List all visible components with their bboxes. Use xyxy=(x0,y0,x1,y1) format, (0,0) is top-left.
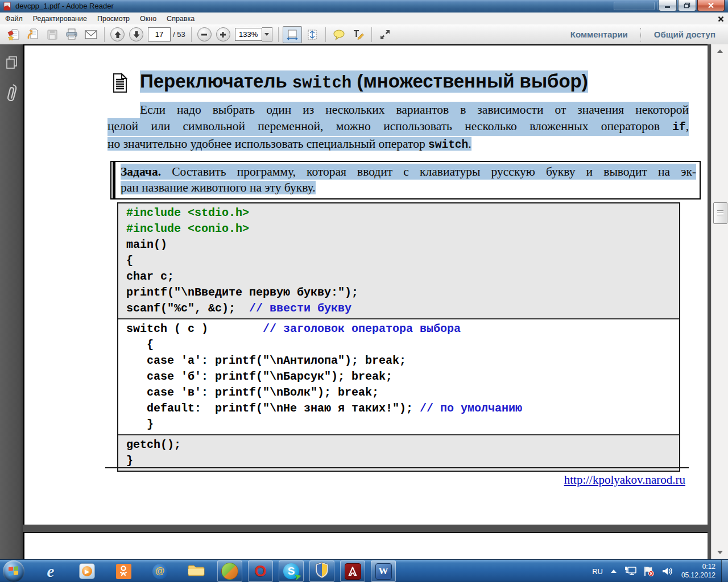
code-line: #include <stdio.h> xyxy=(126,205,679,221)
task-text: Задача. Составить программу, которая вво… xyxy=(121,164,696,196)
menu-item-4[interactable]: Справка xyxy=(162,14,200,24)
mailru-icon: @ xyxy=(152,564,168,579)
word-icon: W xyxy=(375,563,392,580)
toolbar-separator xyxy=(371,27,372,42)
page-number-input[interactable] xyxy=(148,27,171,41)
fit-width-button[interactable] xyxy=(283,26,302,43)
save-as-button[interactable] xyxy=(24,27,42,43)
attachments-paperclip-icon[interactable] xyxy=(0,82,23,105)
taskbar-mailru[interactable]: @ xyxy=(148,561,171,581)
language-indicator[interactable]: RU xyxy=(592,567,603,576)
code-line: } xyxy=(126,417,679,433)
code-line: case 'а': printf("\nАнтилопа"); break; xyxy=(126,353,679,369)
page-separator xyxy=(23,525,708,532)
windows-taskbar: e ▶ @ O S➤ W RU xyxy=(0,559,728,582)
taskbar-defender[interactable] xyxy=(309,560,334,582)
triangle-down-icon xyxy=(717,551,723,554)
taskbar-internet-explorer[interactable]: e xyxy=(39,561,62,581)
chevron-down-icon xyxy=(264,33,269,36)
taskbar-opera[interactable]: O xyxy=(248,560,273,582)
menu-bar: ФайлРедактированиеПросмотрОкноСправка xyxy=(0,13,728,25)
toolbar-separator xyxy=(191,27,192,42)
pdf-page: Переключатель switch (множественный выбо… xyxy=(23,44,709,526)
print-button[interactable] xyxy=(63,27,81,43)
heading-document-icon xyxy=(113,73,127,95)
open-button[interactable] xyxy=(5,27,23,43)
volume-icon[interactable] xyxy=(661,566,673,577)
tray-time: 0:12 xyxy=(702,563,715,571)
network-icon[interactable] xyxy=(624,566,637,577)
windows-logo-icon xyxy=(9,566,19,576)
taskbar-word[interactable]: W xyxy=(371,560,396,582)
pdf-app-icon xyxy=(3,2,12,11)
security-shield-icon xyxy=(315,562,329,581)
taskbar-nero[interactable] xyxy=(217,560,242,582)
comment-button[interactable] xyxy=(330,27,348,43)
next-page-top xyxy=(23,532,709,560)
code-line: printf("\nВведите первую букву:"); xyxy=(126,285,679,301)
vertical-scrollbar[interactable] xyxy=(711,44,728,559)
menu-bar-items: ФайлРедактированиеПросмотрОкноСправка xyxy=(0,14,200,24)
action-center-flag-icon[interactable] xyxy=(643,566,655,577)
comments-panel-button[interactable]: Комментарии xyxy=(558,30,640,39)
intro-paragraph: Если надо выбрать один из нескольких вар… xyxy=(107,102,689,153)
page-thumbnails-icon[interactable] xyxy=(0,51,23,74)
page-count-label: / 53 xyxy=(173,30,185,39)
adobe-reader-icon xyxy=(345,563,361,580)
menu-item-3[interactable]: Окно xyxy=(135,14,162,24)
sign-button[interactable] xyxy=(349,27,367,43)
code-line: case 'б': printf("\nБарсук"); break; xyxy=(126,369,679,385)
code-line: char c; xyxy=(126,269,679,285)
scroll-down-button[interactable] xyxy=(712,547,728,558)
scrollbar-thumb[interactable] xyxy=(713,202,727,224)
document-close-button[interactable] xyxy=(717,15,725,23)
code-line: { xyxy=(126,253,679,269)
cursor-icon: ➤ xyxy=(293,571,302,581)
menu-item-2[interactable]: Просмотр xyxy=(92,14,135,24)
media-player-icon: ▶ xyxy=(79,563,95,579)
restore-button[interactable] xyxy=(678,0,696,11)
menu-item-0[interactable]: Файл xyxy=(0,14,28,24)
show-desktop-button[interactable] xyxy=(721,560,728,582)
task-box-accent-bar xyxy=(113,162,115,198)
toolbar-separator xyxy=(325,27,326,42)
email-button[interactable] xyxy=(82,27,100,43)
next-page-button[interactable] xyxy=(129,27,143,41)
menu-item-1[interactable]: Редактирование xyxy=(28,14,92,24)
close-button[interactable] xyxy=(697,0,725,11)
zoom-out-button[interactable] xyxy=(197,27,212,41)
code-line: { xyxy=(126,337,679,353)
clock[interactable]: 0:12 05.12.2012 xyxy=(681,563,715,580)
share-panel-button[interactable]: Общий доступ xyxy=(642,30,728,39)
tray-date: 05.12.2012 xyxy=(681,571,715,579)
show-hidden-icons-button[interactable] xyxy=(611,569,617,573)
taskbar-adobe-reader[interactable] xyxy=(340,560,365,582)
zoom-in-button[interactable] xyxy=(216,27,230,41)
code-line: case 'в': printf("\nВолк"); break; xyxy=(126,385,679,401)
fit-page-button[interactable] xyxy=(303,27,321,43)
taskbar-odnoklassniki[interactable] xyxy=(112,561,135,581)
zoom-dropdown-button[interactable] xyxy=(262,27,272,41)
explorer-folder-icon xyxy=(188,563,205,579)
taskbar-media-player[interactable]: ▶ xyxy=(76,561,98,581)
title-bar[interactable]: devcpp_1.pdf - Adobe Reader xyxy=(0,0,728,13)
code-line: } xyxy=(126,453,679,469)
save-button-disabled[interactable] xyxy=(43,27,61,43)
footer-link: http://kpolyakov.narod.ru xyxy=(105,473,685,487)
zoom-level-select[interactable]: 133% xyxy=(235,27,272,41)
toolbar: / 53 133% Комментарии xyxy=(0,24,728,45)
fullscreen-button[interactable] xyxy=(376,27,394,43)
code-listing: #include <stdio.h>#include <conio.h>main… xyxy=(117,202,680,472)
code-line: switch ( c ) // заголовок оператора выбо… xyxy=(126,321,679,337)
taskbar-explorer[interactable] xyxy=(185,561,208,581)
scroll-up-button[interactable] xyxy=(712,45,728,57)
previous-page-button[interactable] xyxy=(110,27,125,41)
window-title: devcpp_1.pdf - Adobe Reader xyxy=(15,2,114,10)
code-line: getch(); xyxy=(126,437,679,453)
toolbar-separator xyxy=(104,27,105,42)
kpolyakov-link[interactable]: http://kpolyakov.narod.ru xyxy=(564,473,685,487)
navigation-sidebar xyxy=(0,44,23,559)
start-button[interactable] xyxy=(3,560,24,582)
minimize-button[interactable] xyxy=(659,0,677,11)
taskbar-skype[interactable]: S➤ xyxy=(279,560,304,582)
